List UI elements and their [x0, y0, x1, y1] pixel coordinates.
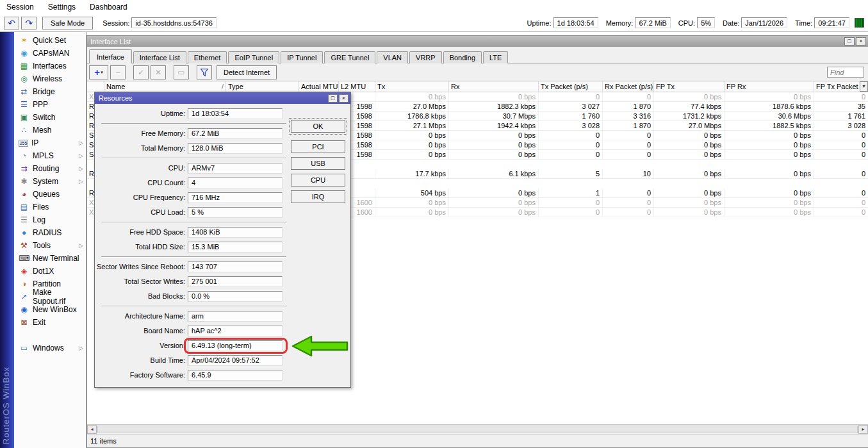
comment-button[interactable]: ▭: [174, 65, 189, 79]
field-value-free-memory[interactable]: 67.2 MiB: [188, 128, 283, 139]
sidebar-item-windows[interactable]: ▭Windows▷: [14, 342, 86, 354]
field-value-total-hdd-size[interactable]: 15.3 MiB: [188, 242, 283, 253]
sidebar-item-new-terminal[interactable]: ⌨New Terminal: [14, 252, 86, 265]
sidebar-item-dot1x[interactable]: ◈Dot1X: [14, 265, 86, 278]
sidebar-item-bridge[interactable]: ⇄Bridge: [14, 85, 86, 98]
sidebar-item-files[interactable]: ▤Files: [14, 201, 86, 213]
enable-button[interactable]: ✓: [133, 65, 149, 79]
sidebar-item-label: Wireless: [33, 74, 62, 83]
column-header-rx[interactable]: Rx: [449, 81, 539, 92]
sidebar-item-switch[interactable]: ▣Switch: [14, 111, 86, 124]
menu-session[interactable]: Session: [6, 3, 34, 12]
column-header-fp-rx[interactable]: FP Rx: [725, 81, 814, 92]
field-value-factory-software[interactable]: 6.45.9: [188, 370, 283, 381]
field-value-uptime[interactable]: 1d 18:03:54: [188, 108, 283, 119]
field-value-bad-blocks[interactable]: 0.0 %: [188, 291, 283, 302]
column-header-fp-tx[interactable]: FP Tx: [654, 81, 725, 92]
sidebar-item-exit[interactable]: ⊠Exit: [14, 316, 86, 329]
window-restore-button[interactable]: □: [844, 37, 855, 46]
safe-mode-button[interactable]: Safe Mode: [42, 17, 93, 29]
tab-interface[interactable]: Interface: [89, 49, 132, 63]
sidebar-item-routing[interactable]: ⇉Routing▷: [14, 162, 86, 175]
sidebar-item-ppp[interactable]: ☰PPP: [14, 98, 86, 111]
ok-button[interactable]: OK: [291, 120, 345, 133]
redo-button[interactable]: ↷: [21, 17, 37, 29]
field-value-sector-writes-since-reboot[interactable]: 143 707: [188, 261, 283, 272]
sidebar-item-new-winbox[interactable]: ◉New WinBox: [14, 303, 86, 316]
add-button[interactable]: + ▾: [89, 65, 108, 79]
disable-button[interactable]: ✕: [151, 65, 166, 79]
detect-internet-button[interactable]: Detect Internet: [217, 65, 277, 79]
sidebar-item-tools[interactable]: ⚒Tools▷: [14, 239, 86, 252]
field-value-total-sector-writes[interactable]: 275 001: [188, 276, 283, 287]
sidebar-item-system[interactable]: ✱System▷: [14, 175, 86, 188]
dialog-titlebar[interactable]: Resources □ ×: [95, 92, 350, 104]
field-value-cpu-count[interactable]: 4: [188, 178, 283, 188]
scroll-left-icon[interactable]: ◂: [87, 425, 97, 434]
sidebar-item-mesh[interactable]: ∴Mesh: [14, 124, 86, 137]
sidebar-item-wireless[interactable]: ◎Wireless: [14, 72, 86, 85]
usb-button[interactable]: USB: [291, 157, 345, 170]
field-value-cpu-load[interactable]: 5 %: [188, 207, 283, 218]
remove-button[interactable]: −: [110, 65, 126, 79]
pci-button[interactable]: PCI: [291, 140, 345, 153]
field-value-version[interactable]: 6.49.13 (long-term): [188, 340, 283, 351]
field-value-cpu-frequency[interactable]: 716 MHz: [188, 192, 283, 203]
tab-bonding[interactable]: Bonding: [443, 51, 482, 63]
table-cell: 0 bps: [449, 208, 539, 217]
column-header-tx[interactable]: Tx: [375, 81, 449, 92]
stat-label-memory: Memory:: [606, 19, 634, 27]
table-cell: 0: [539, 131, 603, 140]
column-header-name[interactable]: Name/: [104, 81, 226, 92]
menu-dashboard[interactable]: Dashboard: [90, 3, 127, 12]
session-value[interactable]: id-35.hostddns.us:54736: [131, 17, 216, 28]
dialog-restore-button[interactable]: □: [328, 94, 338, 103]
sidebar-item-log[interactable]: ☰Log: [14, 213, 86, 226]
filter-button[interactable]: [197, 65, 212, 79]
column-header-flags[interactable]: [87, 81, 104, 92]
sidebar-item-ip[interactable]: 255IP▷: [14, 137, 86, 149]
tab-ethernet[interactable]: Ethernet: [188, 51, 227, 63]
column-header-tx-packet-p-s[interactable]: Tx Packet (p/s): [539, 81, 603, 92]
cpu-button[interactable]: CPU: [291, 174, 345, 187]
field-value-free-hdd-space[interactable]: 1408 KiB: [188, 227, 283, 238]
window-titlebar[interactable]: Interface List □ ×: [87, 36, 868, 47]
scrollbar-thumb[interactable]: [97, 426, 858, 433]
column-select-icon[interactable]: ▼: [860, 81, 868, 92]
dialog-close-button[interactable]: ×: [339, 94, 348, 103]
column-header-actual-mtu[interactable]: Actual MTU: [299, 81, 339, 92]
sidebar-item-radius[interactable]: ●RADIUS: [14, 226, 86, 239]
sidebar-item-mpls[interactable]: ◔MPLS▷: [14, 149, 86, 162]
column-header-rx-packet-p-s[interactable]: Rx Packet (p/s): [603, 81, 654, 92]
tab-lte[interactable]: LTE: [483, 51, 508, 63]
irq-button[interactable]: IRQ: [291, 190, 345, 203]
field-value-cpu[interactable]: ARMv7: [188, 163, 283, 174]
tab-gre-tunnel[interactable]: GRE Tunnel: [324, 51, 375, 63]
dialog-button-column: OKPCIUSBCPUIRQ: [291, 120, 345, 207]
undo-button[interactable]: ↶: [4, 17, 19, 29]
window-close-button[interactable]: ×: [856, 37, 866, 46]
table-cell: 0 bps: [375, 140, 449, 149]
field-version: Version:6.49.13 (long-term): [95, 340, 350, 351]
field-value-board-name[interactable]: hAP ac^2: [188, 326, 283, 336]
column-header-type[interactable]: Type: [226, 81, 299, 92]
tab-vlan[interactable]: VLAN: [377, 51, 408, 63]
sidebar-item-interfaces[interactable]: ▦Interfaces: [14, 60, 86, 72]
find-input[interactable]: [827, 67, 864, 78]
tab-ip-tunnel[interactable]: IP Tunnel: [281, 51, 323, 63]
column-header-l2-mtu[interactable]: L2 MTU: [339, 81, 375, 92]
tab-eoip-tunnel[interactable]: EoIP Tunnel: [228, 51, 279, 63]
tab-interface-list[interactable]: Interface List: [133, 51, 186, 63]
horizontal-scrollbar[interactable]: ◂ ▸: [87, 424, 868, 434]
tab-vrrp[interactable]: VRRP: [409, 51, 442, 63]
field-value-build-time[interactable]: Apr/04/2024 09:57:52: [188, 355, 283, 366]
sidebar-item-quick-set[interactable]: ✶Quick Set: [14, 34, 86, 47]
sidebar-item-queues[interactable]: ◕Queues: [14, 188, 86, 201]
scroll-right-icon[interactable]: ▸: [858, 425, 868, 434]
menu-settings[interactable]: Settings: [48, 3, 76, 12]
sidebar-item-make-supout-rif[interactable]: ↗Make Supout.rif: [14, 290, 86, 303]
field-value-architecture-name[interactable]: arm: [188, 311, 283, 322]
column-label: Tx Packet (p/s): [541, 83, 588, 90]
sidebar-item-capsman[interactable]: ◉CAPsMAN: [14, 47, 86, 60]
field-value-total-memory[interactable]: 128.0 MiB: [188, 143, 283, 154]
